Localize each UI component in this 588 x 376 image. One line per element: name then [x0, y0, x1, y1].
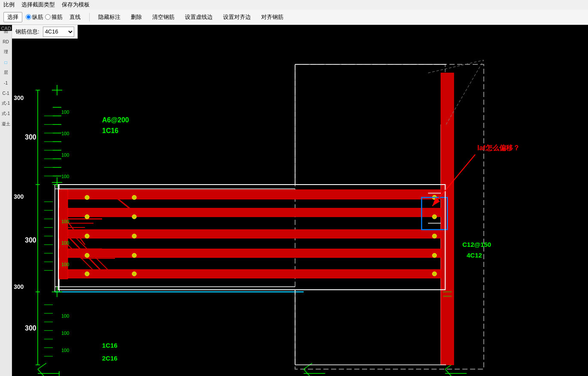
svg-text:4C12: 4C12 — [467, 252, 482, 259]
left-sidebar: 图 RD 理 □ 层 -1 C-1 式-1 式-1 凝土 — [0, 25, 12, 376]
clear-button[interactable]: 清空钢筋 — [149, 12, 178, 22]
svg-text:300: 300 — [25, 324, 36, 332]
svg-text:300: 300 — [25, 133, 36, 141]
sidebar-icon-10[interactable]: 凝土 — [1, 119, 11, 129]
hide-button[interactable]: 隐藏标注 — [95, 12, 124, 22]
svg-point-84 — [132, 253, 136, 258]
delete-button[interactable]: 删除 — [127, 12, 145, 22]
sidebar-icon-9[interactable]: 式-1 — [1, 109, 11, 118]
align-edge-button[interactable]: 设置对齐边 — [220, 12, 254, 22]
virtual-edge-button[interactable]: 设置虚线边 — [181, 12, 216, 22]
svg-point-77 — [85, 195, 89, 200]
svg-text:100: 100 — [61, 152, 69, 158]
sidebar-icon-6[interactable]: -1 — [1, 78, 11, 88]
svg-text:100: 100 — [61, 313, 69, 318]
sidebar-icon-3[interactable]: 理 — [1, 47, 11, 57]
svg-text:2C16: 2C16 — [102, 355, 118, 362]
sidebar-icon-5[interactable]: 层 — [1, 68, 11, 77]
svg-text:laf怎么偏移？: laf怎么偏移？ — [477, 144, 520, 152]
align-rebar-button[interactable]: 对齐钢筋 — [258, 12, 287, 22]
scale-300-mid: 300 — [14, 193, 24, 200]
svg-point-87 — [432, 215, 437, 219]
svg-point-89 — [432, 253, 437, 258]
svg-text:A6@200: A6@200 — [102, 116, 129, 124]
divider-1 — [89, 13, 90, 21]
sidebar-icon-4[interactable]: □ — [1, 58, 11, 67]
svg-rect-61 — [59, 230, 441, 238]
menu-item-section[interactable]: 选择截面类型 — [21, 1, 55, 9]
cad-label: CAD — [0, 25, 12, 31]
toolbar: 选择 纵筋 箍筋 直线 隐藏标注 删除 清空钢筋 设置虚线边 设置对齐边 对齐钢… — [0, 9, 588, 25]
steel-bar-label: 钢筋信息: — [15, 28, 39, 36]
svg-point-90 — [432, 272, 437, 276]
steel-bar-select[interactable]: 4C16 2C16 1C16 A6@200 — [43, 27, 74, 37]
scale-300-bot: 300 — [14, 283, 24, 290]
svg-point-85 — [85, 272, 89, 276]
svg-text:1C16: 1C16 — [102, 127, 118, 134]
select-button[interactable]: 选择 — [3, 12, 22, 22]
svg-text:300: 300 — [25, 237, 36, 244]
svg-rect-62 — [59, 249, 441, 258]
sidebar-icon-7[interactable]: C-1 — [1, 88, 11, 98]
svg-text:100: 100 — [61, 331, 69, 336]
svg-text:100: 100 — [61, 219, 69, 224]
svg-point-82 — [132, 234, 136, 238]
straight-button[interactable]: 直线 — [66, 12, 84, 22]
menu-item-ratio[interactable]: 比例 — [3, 1, 15, 9]
sidebar-icon-2[interactable]: RD — [1, 37, 11, 46]
scale-300-top: 300 — [14, 94, 24, 101]
svg-rect-0 — [12, 39, 588, 376]
svg-point-79 — [85, 215, 89, 219]
svg-text:100: 100 — [61, 262, 69, 267]
steel-bar: 钢筋信息: 4C16 2C16 1C16 A6@200 — [12, 25, 78, 39]
svg-text:1C16: 1C16 — [102, 342, 118, 349]
cad-drawing: A6@200 1C16 100 100 100 100 100 100 100 … — [12, 39, 588, 376]
svg-rect-63 — [59, 270, 441, 278]
svg-point-86 — [132, 272, 136, 276]
svg-text:100: 100 — [61, 348, 69, 353]
svg-point-78 — [132, 195, 136, 200]
svg-text:C12@150: C12@150 — [462, 241, 491, 248]
canvas-area: A6@200 1C16 100 100 100 100 100 100 100 … — [12, 39, 588, 376]
svg-point-81 — [85, 234, 89, 238]
sidebar-icon-8[interactable]: 式-1 — [1, 99, 11, 108]
svg-text:100: 100 — [61, 109, 69, 115]
svg-text:100: 100 — [61, 240, 69, 246]
radio-stirrup[interactable]: 箍筋 — [45, 13, 63, 21]
svg-point-83 — [85, 253, 89, 258]
menu-item-save[interactable]: 保存为模板 — [62, 1, 90, 9]
svg-text:100: 100 — [61, 174, 69, 179]
svg-text:100: 100 — [61, 131, 69, 136]
svg-point-88 — [432, 234, 437, 238]
svg-point-80 — [132, 215, 136, 219]
radio-longitudinal[interactable]: 纵筋 — [26, 13, 43, 21]
svg-rect-60 — [59, 208, 441, 217]
radio-group-rebar: 纵筋 箍筋 — [26, 13, 63, 21]
menu-bar[interactable]: 比例 选择截面类型 保存为模板 — [0, 0, 588, 9]
